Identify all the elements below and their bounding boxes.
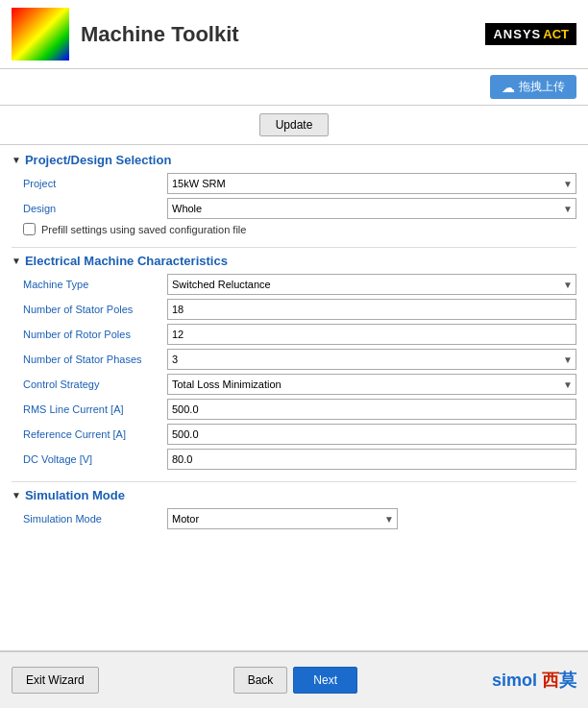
app-title: Machine Toolkit <box>81 22 474 47</box>
header: Machine Toolkit ANSYS ACT <box>0 0 588 69</box>
machine-type-label: Machine Type <box>23 279 167 290</box>
electrical-section: ▼ Electrical Machine Characteristics Mac… <box>12 254 576 470</box>
simol-logo: simol 西莫 <box>492 669 576 692</box>
update-area: Update <box>0 106 588 145</box>
upload-bar: ☁ 拖拽上传 <box>0 69 588 106</box>
project-section-header: ▼ Project/Design Selection <box>12 153 576 167</box>
design-label: Design <box>23 203 167 214</box>
rotor-poles-row: Number of Rotor Poles <box>12 324 576 345</box>
act-text: ACT <box>543 27 569 41</box>
upload-button[interactable]: ☁ 拖拽上传 <box>490 75 576 99</box>
stator-poles-input[interactable] <box>167 299 576 320</box>
simulation-mode-select[interactable]: Motor <box>167 508 398 529</box>
project-label: Project <box>23 178 167 189</box>
dc-voltage-label: DC Voltage [V] <box>23 453 167 465</box>
project-section-title: Project/Design Selection <box>25 153 171 167</box>
design-select-wrapper: Whole ▼ <box>167 198 576 219</box>
control-strategy-row: Control Strategy Total Loss Minimization… <box>12 374 576 395</box>
exit-wizard-button[interactable]: Exit Wizard <box>12 667 99 694</box>
control-strategy-select[interactable]: Total Loss Minimization <box>167 374 576 395</box>
section-divider-1 <box>12 247 576 248</box>
dc-voltage-input[interactable] <box>167 449 576 470</box>
rms-current-label: RMS Line Current [A] <box>23 403 167 415</box>
app-logo <box>12 8 69 61</box>
next-button[interactable]: Next <box>293 667 357 694</box>
prefill-row: Prefill settings using saved configurati… <box>12 223 576 235</box>
project-row: Project 15kW SRM ▼ <box>12 173 576 194</box>
simol-text: simol <box>492 671 537 690</box>
rms-current-row: RMS Line Current [A] <box>12 399 576 420</box>
simulation-section: ▼ Simulation Mode Simulation Mode Motor … <box>12 488 576 529</box>
footer: Exit Wizard Back Next simol 西莫 <box>0 650 588 708</box>
stator-phases-select-wrapper: 3 ▼ <box>167 349 576 370</box>
project-design-section: ▼ Project/Design Selection Project 15kW … <box>12 153 576 235</box>
section-collapse-icon[interactable]: ▼ <box>12 155 21 165</box>
electrical-section-header: ▼ Electrical Machine Characteristics <box>12 254 576 268</box>
rms-current-input[interactable] <box>167 399 576 420</box>
stator-phases-select[interactable]: 3 <box>167 349 576 370</box>
machine-type-select[interactable]: Switched Reluctance <box>167 274 576 295</box>
ansys-logo: ANSYS ACT <box>485 23 576 45</box>
machine-type-row: Machine Type Switched Reluctance ▼ <box>12 274 576 295</box>
simulation-mode-select-wrapper: Motor ▼ <box>167 508 398 529</box>
stator-poles-label: Number of Stator Poles <box>23 304 167 315</box>
footer-left: Exit Wizard <box>12 667 99 694</box>
stator-poles-row: Number of Stator Poles <box>12 299 576 320</box>
ao-text: 莫 <box>559 671 576 690</box>
design-select[interactable]: Whole <box>167 198 576 219</box>
simulation-collapse-icon[interactable]: ▼ <box>12 490 21 500</box>
control-strategy-select-wrapper: Total Loss Minimization ▼ <box>167 374 576 395</box>
simulation-section-title: Simulation Mode <box>25 488 125 502</box>
simulation-mode-row: Simulation Mode Motor ▼ <box>12 508 576 529</box>
simulation-mode-label: Simulation Mode <box>23 513 167 525</box>
electrical-section-title: Electrical Machine Characteristics <box>25 254 228 268</box>
simulation-section-header: ▼ Simulation Mode <box>12 488 576 502</box>
machine-type-select-wrapper: Switched Reluctance ▼ <box>167 274 576 295</box>
xi-text: 西 <box>542 671 559 690</box>
section-divider-2 <box>12 481 576 482</box>
update-button[interactable]: Update <box>259 113 330 136</box>
footer-center: Back Next <box>233 667 357 694</box>
reference-current-label: Reference Current [A] <box>23 428 167 440</box>
rotor-poles-input[interactable] <box>167 324 576 345</box>
reference-current-input[interactable] <box>167 424 576 445</box>
rotor-poles-label: Number of Rotor Poles <box>23 329 167 340</box>
stator-phases-row: Number of Stator Phases 3 ▼ <box>12 349 576 370</box>
project-select[interactable]: 15kW SRM <box>167 173 576 194</box>
reference-current-row: Reference Current [A] <box>12 424 576 445</box>
cloud-icon: ☁ <box>502 80 515 95</box>
electrical-collapse-icon[interactable]: ▼ <box>12 256 21 266</box>
upload-label: 拖拽上传 <box>519 79 565 95</box>
dc-voltage-row: DC Voltage [V] <box>12 449 576 470</box>
scroll-content: ▼ Project/Design Selection Project 15kW … <box>0 145 588 650</box>
ansys-text: ANSYS <box>493 27 541 41</box>
prefill-label: Prefill settings using saved configurati… <box>41 224 246 235</box>
control-strategy-label: Control Strategy <box>23 378 167 390</box>
design-row: Design Whole ▼ <box>12 198 576 219</box>
stator-phases-label: Number of Stator Phases <box>23 354 167 365</box>
prefill-checkbox[interactable] <box>23 223 36 235</box>
back-button[interactable]: Back <box>233 667 288 694</box>
project-select-wrapper: 15kW SRM ▼ <box>167 173 576 194</box>
